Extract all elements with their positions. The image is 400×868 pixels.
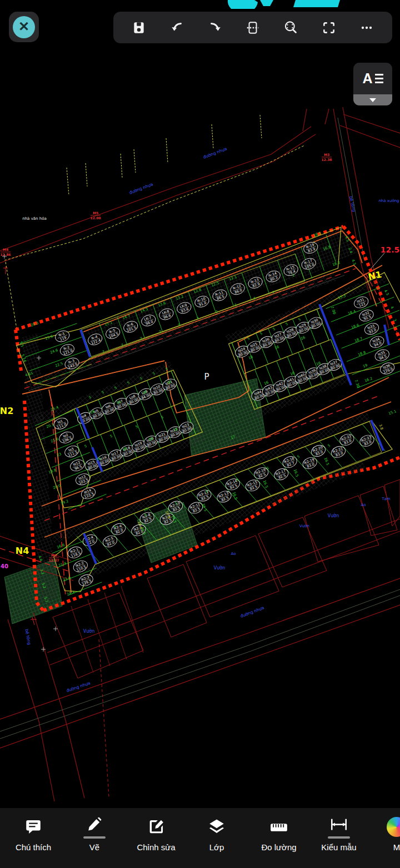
- nav-item-4[interactable]: Lớp: [186, 815, 247, 852]
- svg-text:5: 5: [109, 434, 113, 439]
- redo-icon: [207, 20, 223, 36]
- svg-text:18.6: 18.6: [351, 323, 359, 330]
- ruler-icon: [269, 815, 289, 839]
- svg-text:bê tông: bê tông: [348, 195, 357, 212]
- svg-text:đường nhựa: đường nhựa: [66, 680, 91, 693]
- svg-text:12.37: 12.37: [49, 558, 59, 562]
- svg-text:đường nhựa: đường nhựa: [129, 181, 154, 195]
- style-expand-strip[interactable]: [353, 94, 392, 105]
- svg-text:P: P: [204, 372, 209, 382]
- svg-text:5: 5: [259, 331, 263, 336]
- fullscreen-button[interactable]: [317, 16, 341, 40]
- svg-text:40: 40: [1, 563, 8, 569]
- app-screen: { "style_button": {"label": "A"}, "toolb…: [0, 0, 400, 868]
- parcel-block-MR: lo2480.00lo2580.00lo2680.00lo2780.00lo28…: [225, 269, 400, 426]
- svg-text:5: 5: [297, 455, 301, 460]
- undo-icon: [169, 20, 185, 36]
- svg-text:4.3: 4.3: [351, 259, 357, 265]
- svg-text:M4: M4: [3, 248, 8, 251]
- nav-item-label: Vẽ: [89, 842, 99, 852]
- section-view-icon: [246, 21, 260, 35]
- svg-text:16: 16: [289, 371, 296, 376]
- svg-text:4.3: 4.3: [383, 289, 390, 296]
- nav-item-label: Chú thích: [16, 842, 51, 852]
- chevron-down-icon: [369, 98, 376, 102]
- svg-text:5: 5: [84, 444, 88, 449]
- drawing-canvas[interactable]: lk-1119lk-2121.0lk-3143.5lk-4122.4lk-510…: [0, 0, 400, 868]
- annotation-icon: [24, 815, 43, 839]
- text-style-button[interactable]: A: [353, 63, 392, 105]
- svg-text:Vườn: Vườn: [83, 628, 95, 634]
- close-button[interactable]: ✕: [9, 12, 39, 42]
- svg-text:7: 7: [253, 296, 257, 301]
- svg-text:16.5: 16.5: [232, 491, 238, 500]
- save-button[interactable]: [127, 16, 151, 40]
- svg-text:16.5: 16.5: [323, 457, 330, 466]
- style-a-label: A: [362, 70, 372, 87]
- close-icon: ✕: [13, 16, 35, 38]
- svg-text:Ao: Ao: [231, 552, 236, 556]
- svg-text:19: 19: [362, 363, 368, 369]
- nav-item-label: M: [393, 842, 400, 852]
- nav-item-1[interactable]: Chú thích: [3, 815, 64, 852]
- svg-text:20.0: 20.0: [52, 483, 61, 491]
- save-icon: [132, 21, 146, 35]
- svg-text:7.30: 7.30: [354, 379, 361, 388]
- zoom-select-icon: [283, 20, 298, 35]
- svg-text:nhà văn hóa: nhà văn hóa: [22, 216, 47, 221]
- svg-text:23.6: 23.6: [44, 334, 53, 341]
- redo-button[interactable]: [203, 16, 227, 40]
- nav-item-2[interactable]: Vẽ: [64, 815, 125, 852]
- svg-text:12.86: 12.86: [1, 253, 11, 256]
- svg-text:nhà xưởng: nhà xưởng: [378, 199, 399, 203]
- nav-item-7[interactable]: M: [366, 815, 400, 852]
- fullscreen-icon: [322, 21, 336, 35]
- nav-item-5[interactable]: Đo lường: [248, 815, 309, 852]
- pencil-icon: [83, 815, 106, 839]
- svg-text:Vườn: Vườn: [299, 524, 309, 528]
- svg-text:Ao: Ao: [361, 503, 366, 507]
- nav-item-3[interactable]: Chỉnh sửa: [126, 815, 187, 852]
- dimension-icon: [328, 815, 350, 839]
- top-toolbar: [113, 12, 392, 43]
- svg-text:23: 23: [56, 452, 62, 457]
- svg-text:16.5: 16.5: [262, 480, 269, 488]
- nav-item-label: Đo lường: [261, 842, 296, 852]
- svg-text:21.4: 21.4: [58, 561, 67, 568]
- more-options-button[interactable]: [354, 16, 379, 40]
- svg-text:12.38: 12.38: [322, 158, 332, 162]
- svg-text:22.5: 22.5: [54, 361, 63, 369]
- svg-text:M5: M5: [93, 211, 98, 215]
- svg-text:M6: M6: [51, 553, 57, 557]
- edit-icon: [147, 815, 166, 839]
- svg-text:10: 10: [143, 507, 149, 512]
- layers-icon: [207, 815, 226, 839]
- svg-text:4: 4: [389, 305, 394, 310]
- svg-text:7.00: 7.00: [330, 306, 337, 315]
- svg-text:N2: N2: [0, 406, 13, 416]
- svg-text:đường nhựa: đường nhựa: [240, 605, 265, 618]
- zoom-select-button[interactable]: [278, 16, 303, 40]
- bottom-toolbar: Chú thíchVẽChỉnh sửaLớpĐo lườngKiểu mẫuM: [0, 808, 400, 868]
- svg-text:16: 16: [300, 335, 306, 341]
- svg-text:Tạm: Tạm: [381, 497, 391, 501]
- svg-text:15.1: 15.1: [388, 409, 397, 416]
- svg-text:5: 5: [285, 322, 289, 327]
- svg-text:5: 5: [272, 327, 276, 332]
- svg-text:18.8: 18.8: [357, 350, 366, 357]
- svg-text:đường nhựa: đường nhựa: [203, 146, 228, 159]
- section-view-button[interactable]: [241, 16, 265, 40]
- text-lines-icon: [375, 74, 383, 83]
- svg-text:5: 5: [161, 415, 164, 420]
- undo-button[interactable]: [165, 16, 189, 40]
- svg-text:3.8: 3.8: [378, 423, 384, 430]
- nav-item-label: Kiểu mẫu: [321, 842, 356, 852]
- svg-text:12.5: 12.5: [381, 245, 400, 254]
- nav-item-label: Chỉnh sửa: [137, 842, 175, 852]
- svg-text:16.5: 16.5: [293, 468, 299, 477]
- app-logo-fragment: [0, 0, 400, 9]
- svg-text:Vườn: Vườn: [328, 513, 339, 518]
- nav-item-6[interactable]: Kiểu mẫu: [308, 815, 369, 852]
- svg-text:5: 5: [327, 443, 331, 448]
- svg-text:bê tông: bê tông: [24, 629, 32, 645]
